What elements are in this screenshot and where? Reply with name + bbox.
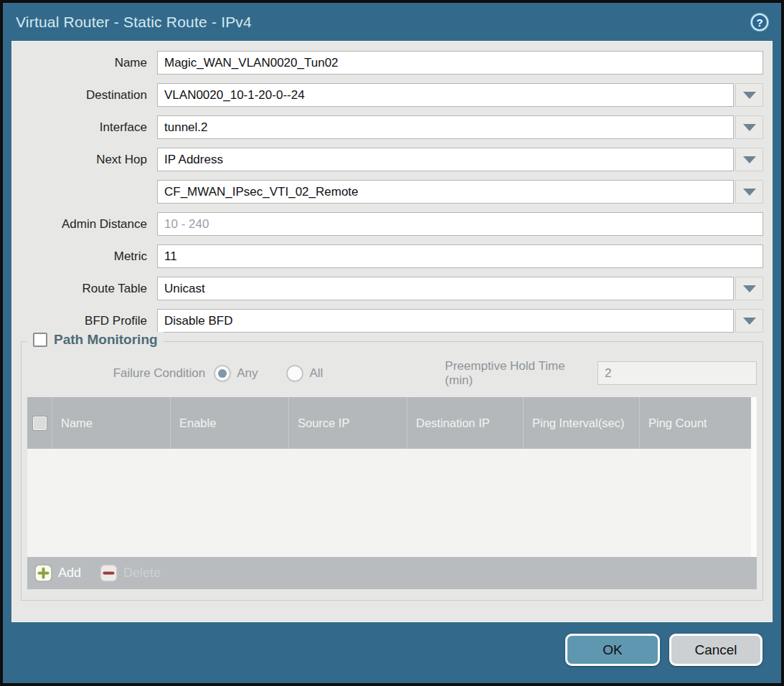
dialog-body: Name Destination Interface [11, 41, 773, 622]
route-table-label: Route Table [21, 282, 148, 296]
metric-input[interactable] [157, 244, 763, 268]
next-hop-address-input[interactable] [157, 180, 734, 204]
route-table-dropdown-button[interactable] [735, 277, 763, 300]
next-hop-label: Next Hop [21, 153, 148, 167]
dialog-footer: OK Cancel [3, 622, 781, 683]
chevron-down-icon [743, 285, 756, 292]
select-all-checkbox[interactable] [33, 416, 47, 430]
chevron-down-icon [743, 189, 756, 196]
destination-input[interactable] [157, 83, 734, 107]
table-body-empty [27, 449, 751, 557]
column-header-ping-count: Ping Count [639, 397, 751, 449]
path-monitoring-controls: Failure Condition Any All Preemptive Hol… [27, 361, 757, 386]
form-row-route-table: Route Table [21, 277, 763, 300]
route-table-input[interactable] [157, 277, 734, 300]
admin-distance-label: Admin Distance [21, 217, 148, 232]
chevron-down-icon [743, 92, 756, 99]
metric-label: Metric [21, 249, 148, 264]
chevron-down-icon [743, 318, 756, 325]
preemptive-hold-time-label: Preemptive Hold Time (min) [445, 359, 590, 388]
bfd-profile-dropdown-button[interactable] [735, 309, 763, 333]
next-hop-type-input[interactable] [157, 148, 734, 171]
radio-dot-icon [218, 369, 227, 378]
help-icon: ? [750, 12, 770, 32]
bfd-profile-input[interactable] [157, 309, 734, 333]
ok-button[interactable]: OK [565, 634, 660, 666]
failure-condition-label: Failure Condition [27, 366, 214, 381]
radio-any[interactable] [214, 365, 231, 382]
column-header-source-ip: Source IP [288, 397, 407, 449]
add-button-label: Add [58, 566, 81, 581]
form-row-admin-distance: Admin Distance [21, 212, 763, 236]
destination-label: Destination [21, 88, 148, 103]
interface-dropdown-button[interactable] [735, 115, 763, 139]
delete-button-label: Delete [123, 566, 161, 581]
delete-button[interactable]: Delete [100, 564, 161, 582]
chevron-down-icon [743, 156, 756, 163]
path-monitoring-table: Name Enable Source IP Destination IP Pin… [27, 397, 757, 589]
failure-condition-all-option: All [286, 365, 351, 382]
page-title: Virtual Router - Static Route - IPv4 [16, 14, 252, 31]
column-header-name: Name [52, 397, 170, 449]
name-input[interactable] [157, 51, 763, 75]
table-toolbar: Add Delete [27, 557, 757, 589]
form-row-next-hop-address [21, 180, 763, 204]
path-monitoring-checkbox[interactable] [33, 333, 47, 347]
minus-icon [100, 564, 118, 582]
svg-text:?: ? [756, 16, 762, 28]
next-hop-address-dropdown-button[interactable] [735, 180, 763, 204]
form-row-bfd-profile: BFD Profile [21, 309, 763, 333]
radio-any-label: Any [237, 366, 258, 381]
form-row-interface: Interface [21, 115, 763, 139]
form-row-destination: Destination [21, 83, 763, 107]
table-scrollbar-track[interactable] [751, 397, 757, 557]
table-select-all-cell [27, 397, 52, 449]
help-button[interactable]: ? [750, 12, 770, 32]
next-hop-dropdown-button[interactable] [735, 148, 763, 171]
preemptive-hold-time-input[interactable] [598, 361, 757, 385]
interface-input[interactable] [157, 115, 734, 139]
form-row-metric: Metric [21, 244, 763, 268]
form-row-next-hop: Next Hop [21, 148, 763, 171]
bfd-profile-label: BFD Profile [21, 314, 148, 328]
cancel-button[interactable]: Cancel [669, 634, 762, 666]
column-header-destination-ip: Destination IP [407, 397, 523, 449]
plus-icon [34, 564, 52, 582]
admin-distance-input[interactable] [157, 212, 763, 236]
column-header-enable: Enable [170, 397, 288, 449]
add-button[interactable]: Add [34, 564, 81, 582]
failure-condition-any-option: Any [214, 365, 286, 382]
column-header-ping-interval: Ping Interval(sec) [523, 397, 639, 449]
radio-all[interactable] [286, 365, 303, 382]
path-monitoring-title: Path Monitoring [54, 332, 158, 348]
path-monitoring-section: Path Monitoring Failure Condition Any Al… [21, 341, 763, 601]
dialog-titlebar: Virtual Router - Static Route - IPv4 ? [3, 3, 781, 41]
table-header-row: Name Enable Source IP Destination IP Pin… [27, 397, 751, 449]
path-monitoring-legend: Path Monitoring [27, 332, 164, 348]
chevron-down-icon [743, 124, 756, 131]
interface-label: Interface [21, 120, 148, 135]
destination-dropdown-button[interactable] [735, 83, 763, 107]
static-route-dialog: Virtual Router - Static Route - IPv4 ? N… [0, 0, 784, 686]
radio-dot-icon [291, 369, 299, 378]
radio-all-label: All [309, 366, 323, 381]
name-label: Name [21, 56, 148, 70]
form-row-name: Name [21, 51, 763, 75]
